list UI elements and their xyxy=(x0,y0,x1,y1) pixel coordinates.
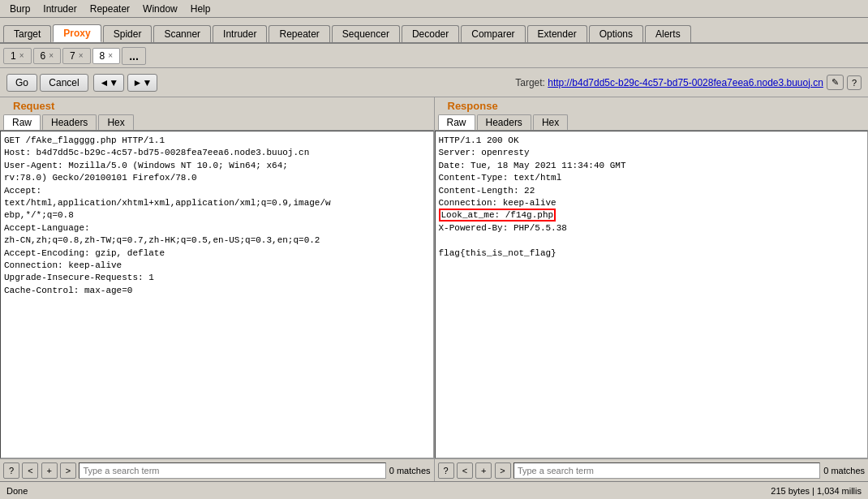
response-search-prev-btn[interactable]: < xyxy=(457,462,473,479)
menu-help[interactable]: Help xyxy=(184,2,217,16)
request-match-count: 0 matches xyxy=(389,466,431,475)
tab-target[interactable]: Target xyxy=(3,25,51,42)
num-tab-more[interactable]: ... xyxy=(122,47,146,65)
tab-decoder[interactable]: Decoder xyxy=(402,25,459,42)
request-search-bar: ? < + > 0 matches xyxy=(0,458,434,481)
response-content: HTTP/1.1 200 OKServer: openrestyDate: Tu… xyxy=(436,131,868,263)
response-search-next-btn[interactable]: > xyxy=(495,462,511,479)
tab-proxy[interactable]: Proxy xyxy=(53,24,101,42)
tab-alerts[interactable]: Alerts xyxy=(645,25,691,42)
num-tab-1-label: 1 xyxy=(11,50,16,62)
request-search-next-btn[interactable]: > xyxy=(60,462,76,479)
request-search-add-btn[interactable]: + xyxy=(41,462,58,479)
response-title: Response xyxy=(441,97,505,115)
response-content-area[interactable]: HTTP/1.1 200 OKServer: openrestyDate: Tu… xyxy=(435,131,869,458)
main-tab-bar: Target Proxy Spider Scanner Intruder Rep… xyxy=(0,18,868,44)
num-tab-1[interactable]: 1 × xyxy=(3,48,32,64)
edit-icon-button[interactable]: ✎ xyxy=(827,75,844,90)
response-line: Connection: keep-alive xyxy=(439,197,865,209)
response-tab-hex[interactable]: Hex xyxy=(533,114,568,130)
go-button[interactable]: Go xyxy=(6,74,37,92)
tab-scanner[interactable]: Scanner xyxy=(153,25,211,42)
response-tab-bar: Raw Headers Hex xyxy=(435,114,869,131)
response-line: Content-Type: text/html xyxy=(439,172,865,184)
help-icon-button[interactable]: ? xyxy=(847,75,862,90)
main-content: Request Raw Headers Hex GET /fAke_flaggg… xyxy=(0,97,868,481)
target-label: Target: http://b4d7dd5c-b29c-4c57-bd75-0… xyxy=(515,77,823,88)
response-tab-raw[interactable]: Raw xyxy=(438,114,475,130)
num-tab-7[interactable]: 7 × xyxy=(62,48,91,64)
toolbar: Go Cancel ◄▼ ►▼ Target: http://b4d7dd5c-… xyxy=(0,68,868,97)
status-left: Done xyxy=(6,486,28,496)
response-line: flag{this_is_not_flag} xyxy=(439,247,865,260)
response-search-bar: ? < + > 0 matches xyxy=(435,458,869,481)
request-tab-hex[interactable]: Hex xyxy=(98,114,133,130)
num-tab-8-close[interactable]: × xyxy=(108,51,113,60)
request-search-input[interactable] xyxy=(79,462,385,479)
request-panel: Request Raw Headers Hex GET /fAke_flaggg… xyxy=(0,97,435,481)
menu-bar: Burp Intruder Repeater Window Help xyxy=(0,0,868,18)
num-tab-8-label: 8 xyxy=(100,50,105,62)
tab-extender[interactable]: Extender xyxy=(527,25,587,42)
response-line: Server: openresty xyxy=(439,147,865,159)
request-search-prev-btn[interactable]: < xyxy=(22,462,38,479)
menu-window[interactable]: Window xyxy=(136,2,184,16)
response-line: HTTP/1.1 200 OK xyxy=(439,135,865,147)
tab-options[interactable]: Options xyxy=(589,25,643,42)
response-line: X-Powered-By: PHP/5.5.38 xyxy=(439,222,865,234)
num-tab-6-label: 6 xyxy=(41,50,46,62)
tab-comparer[interactable]: Comparer xyxy=(461,25,525,42)
response-match-count: 0 matches xyxy=(823,466,865,475)
tab-repeater[interactable]: Repeater xyxy=(269,25,329,42)
num-tab-6[interactable]: 6 × xyxy=(33,48,62,64)
num-tab-7-label: 7 xyxy=(70,50,75,62)
response-line: Date: Tue, 18 May 2021 11:34:40 GMT xyxy=(439,160,865,172)
menu-repeater[interactable]: Repeater xyxy=(84,2,136,16)
menu-burp[interactable]: Burp xyxy=(3,2,37,16)
request-tab-bar: Raw Headers Hex xyxy=(0,114,434,131)
status-right: 215 bytes | 1,034 millis xyxy=(771,486,862,496)
num-tab-6-close[interactable]: × xyxy=(49,51,54,60)
response-tab-headers[interactable]: Headers xyxy=(477,114,531,130)
num-tab-bar: 1 × 6 × 7 × 8 × ... xyxy=(0,44,868,68)
response-search-help-btn[interactable]: ? xyxy=(438,462,454,479)
response-line: Look_at_me: /f14g.php xyxy=(439,209,865,222)
tab-sequencer[interactable]: Sequencer xyxy=(332,25,400,42)
tab-spider[interactable]: Spider xyxy=(103,25,153,42)
status-bar: Done 215 bytes | 1,034 millis xyxy=(0,481,868,499)
num-tab-8[interactable]: 8 × xyxy=(92,48,121,64)
next-button[interactable]: ►▼ xyxy=(127,74,158,92)
request-content: GET /fAke_flagggg.php HTTP/1.1 Host: b4d… xyxy=(1,131,433,300)
num-tab-1-close[interactable]: × xyxy=(19,51,24,60)
cancel-button[interactable]: Cancel xyxy=(40,74,88,92)
response-line xyxy=(439,234,865,247)
response-panel: Response Raw Headers Hex HTTP/1.1 200 OK… xyxy=(435,97,869,481)
request-content-area[interactable]: GET /fAke_flagggg.php HTTP/1.1 Host: b4d… xyxy=(0,131,434,458)
tab-intruder[interactable]: Intruder xyxy=(213,25,267,42)
target-url[interactable]: http://b4d7dd5c-b29c-4c57-bd75-0028fea7e… xyxy=(548,77,823,88)
request-title: Request xyxy=(6,97,61,115)
request-tab-raw[interactable]: Raw xyxy=(3,114,41,130)
request-tab-headers[interactable]: Headers xyxy=(42,114,97,130)
menu-intruder[interactable]: Intruder xyxy=(37,2,83,16)
response-search-add-btn[interactable]: + xyxy=(475,462,492,479)
response-search-input[interactable] xyxy=(513,462,820,479)
num-tab-7-close[interactable]: × xyxy=(79,51,84,60)
prev-button[interactable]: ◄▼ xyxy=(93,74,124,92)
request-search-help-btn[interactable]: ? xyxy=(3,462,19,479)
response-line: Content-Length: 22 xyxy=(439,185,865,197)
